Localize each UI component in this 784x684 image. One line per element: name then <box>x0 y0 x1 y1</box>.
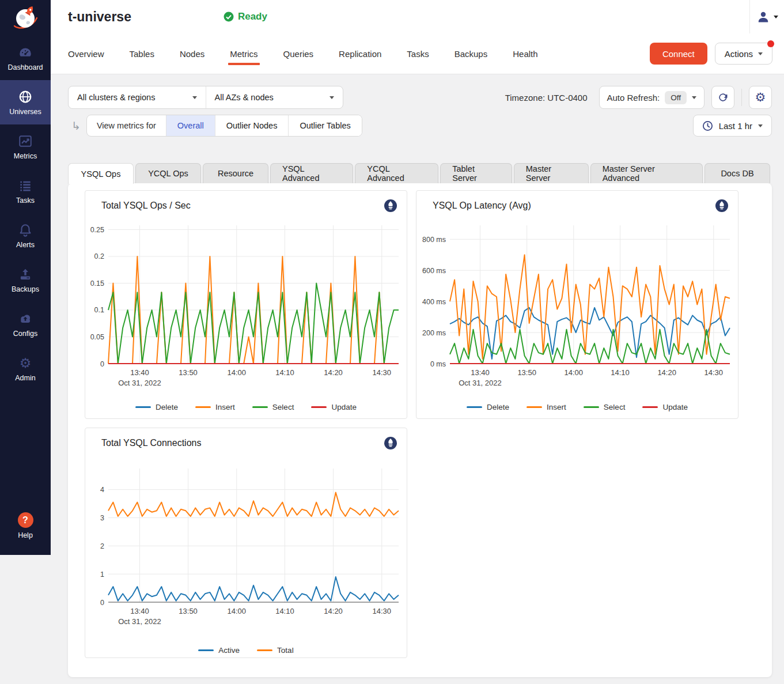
refresh-button[interactable] <box>711 86 734 109</box>
metrics-settings-button[interactable]: ⚙ <box>749 86 772 109</box>
chart-plot: 13:4013:5014:0014:1014:2014:3000.050.10.… <box>85 221 407 392</box>
tab-nodes[interactable]: Nodes <box>180 49 204 59</box>
scope-tab-overall[interactable]: Overall <box>166 115 215 136</box>
cloud-upload-icon <box>18 311 33 326</box>
legend-swatch <box>311 406 327 408</box>
sidebar-item-help[interactable]: ? Help <box>0 504 51 548</box>
x-tick-label: 14:00 <box>227 368 246 377</box>
scope-tab-outlier-nodes[interactable]: Outlier Nodes <box>215 115 289 136</box>
metric-tab-master-server-advanced[interactable]: Master Server Advanced <box>590 163 703 183</box>
x-tick-label: 14:30 <box>372 607 391 615</box>
time-range-select[interactable]: Last 1 hr <box>693 115 772 137</box>
legend-item-update[interactable]: Update <box>642 403 688 411</box>
legend-item-insert[interactable]: Insert <box>195 403 235 411</box>
legend-item-delete[interactable]: Delete <box>467 403 509 411</box>
prometheus-icon[interactable] <box>384 199 397 213</box>
metric-tab-docs-db[interactable]: Docs DB <box>705 163 770 183</box>
gauge-icon <box>18 45 33 60</box>
metric-tab-ycql-ops[interactable]: YCQL Ops <box>135 163 201 183</box>
metric-tab-resource[interactable]: Resource <box>203 163 268 183</box>
tab-metrics[interactable]: Metrics <box>230 49 257 59</box>
x-tick-label: 14:10 <box>275 607 294 615</box>
chart-plot: 13:4013:5014:0014:1014:2014:300 ms200 ms… <box>416 221 738 392</box>
metric-tab-master-server[interactable]: Master Server <box>514 163 589 183</box>
chevron-down-icon <box>758 124 763 127</box>
chevron-down-icon <box>692 96 696 99</box>
prometheus-icon[interactable] <box>715 199 729 213</box>
sidebar-item-label: Metrics <box>14 152 37 160</box>
x-tick-label: 13:40 <box>130 607 149 615</box>
x-tick-label: 14:00 <box>227 607 246 615</box>
x-axis-date-label: Oct 31, 2022 <box>118 617 161 626</box>
legend-swatch <box>252 406 268 408</box>
tab-backups[interactable]: Backups <box>455 49 488 59</box>
sidebar: Dashboard Universes Metrics Tasks Alerts <box>0 0 51 684</box>
toolbar-divider <box>741 89 742 106</box>
prometheus-icon[interactable] <box>384 436 397 450</box>
sidebar-item-dashboard[interactable]: Dashboard <box>0 36 51 80</box>
y-tick-label: 0 ms <box>430 360 446 368</box>
metric-tab-ycql-advanced[interactable]: YCQL Advanced <box>355 163 438 183</box>
sidebar-item-configs[interactable]: Configs <box>0 302 51 346</box>
legend-label: Insert <box>215 403 235 411</box>
auto-refresh-control[interactable]: Auto Refresh: Off <box>599 86 705 109</box>
sidebar-item-admin[interactable]: ⚙ Admin <box>0 346 51 391</box>
series-active <box>108 577 399 601</box>
view-metrics-for-label: View metrics for <box>87 115 166 136</box>
x-axis-date-label: Oct 31, 2022 <box>118 379 161 387</box>
gear-icon: ⚙ <box>20 356 32 371</box>
y-tick-label: 0.15 <box>90 279 104 288</box>
tab-replication[interactable]: Replication <box>339 49 381 59</box>
sidebar-item-universes[interactable]: Universes <box>0 80 51 124</box>
x-tick-label: 14:30 <box>372 368 391 377</box>
tab-tasks[interactable]: Tasks <box>407 49 429 59</box>
sidebar-item-label: Backups <box>12 285 39 293</box>
sidebar-item-alerts[interactable]: Alerts <box>0 213 51 258</box>
legend-item-insert[interactable]: Insert <box>527 403 566 411</box>
legend-item-update[interactable]: Update <box>311 403 357 411</box>
chart-title: Total YSQL Connections <box>101 438 201 448</box>
sidebar-item-metrics[interactable]: Metrics <box>0 124 51 169</box>
tab-tables[interactable]: Tables <box>130 49 154 59</box>
azs-nodes-select[interactable]: All AZs & nodes <box>206 86 343 108</box>
metric-tab-tablet-server[interactable]: Tablet Server <box>440 163 512 183</box>
scope-tab-outlier-tables[interactable]: Outlier Tables <box>288 115 361 136</box>
auto-refresh-value: Off <box>665 91 687 104</box>
legend-item-select[interactable]: Select <box>584 403 626 411</box>
tab-health[interactable]: Health <box>513 49 537 59</box>
x-tick-label: 13:50 <box>179 368 198 377</box>
y-tick-label: 0.05 <box>90 333 104 341</box>
metric-tab-ysql-ops[interactable]: YSQL Ops <box>68 163 134 184</box>
y-tick-label: 200 ms <box>422 329 446 337</box>
y-tick-label: 2 <box>100 542 104 550</box>
legend-label: Insert <box>547 403 566 411</box>
legend-swatch <box>642 406 658 408</box>
y-tick-label: 3 <box>100 514 104 522</box>
connect-button[interactable]: Connect <box>650 43 707 65</box>
tab-overview[interactable]: Overview <box>68 49 104 59</box>
x-tick-label: 13:40 <box>130 368 149 377</box>
legend-swatch <box>195 406 211 408</box>
legend-label: Update <box>662 403 688 411</box>
legend-item-total[interactable]: Total <box>257 646 294 655</box>
filter-right-group: Timezone: UTC-0400 Auto Refresh: Off ⚙ <box>505 86 772 109</box>
chevron-down-icon <box>192 96 197 99</box>
sidebar-item-backups[interactable]: Backups <box>0 258 51 302</box>
metric-tab-ysql-advanced[interactable]: YSQL Advanced <box>270 163 353 183</box>
sidebar-item-tasks[interactable]: Tasks <box>0 169 51 213</box>
x-axis-date-label: Oct 31, 2022 <box>459 379 501 387</box>
subdirectory-arrow-icon: ↳ <box>71 119 81 132</box>
tab-queries[interactable]: Queries <box>283 49 314 59</box>
legend-swatch <box>584 406 599 408</box>
legend-label: Total <box>277 646 294 655</box>
legend-item-delete[interactable]: Delete <box>135 403 178 411</box>
actions-button[interactable]: Actions <box>715 43 772 65</box>
refresh-icon <box>717 92 729 103</box>
clusters-regions-select[interactable]: All clusters & regions <box>69 86 206 108</box>
x-tick-label: 13:40 <box>471 368 490 377</box>
app-logo[interactable] <box>0 0 51 36</box>
legend-item-select[interactable]: Select <box>252 403 294 411</box>
user-menu[interactable] <box>749 0 784 33</box>
chevron-down-icon <box>329 96 334 99</box>
legend-item-active[interactable]: Active <box>198 646 240 655</box>
